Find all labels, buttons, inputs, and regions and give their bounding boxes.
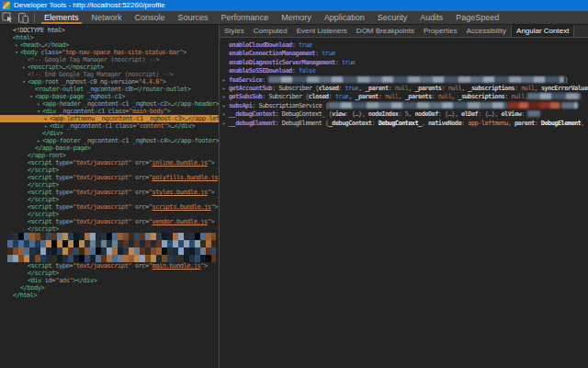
dom-tree-row[interactable]: <script type="text/javascript" src="inli… [0,159,219,167]
arrow-spacer [20,225,28,233]
expand-arrow-icon[interactable]: ▸ [13,41,20,49]
device-toolbar-button[interactable] [16,11,31,24]
dom-tree-row[interactable]: ▸<app-header _ngcontent-c1 _nghost-c2>…<… [0,100,219,108]
context-property-row[interactable]: enableSoSSEDownload: false [220,66,588,75]
sidebar-tab-angular-context[interactable]: Angular Context [511,25,574,37]
sidebar-tab-dom-breakpoints[interactable]: DOM Breakpoints [352,25,419,37]
tab-performance[interactable]: Performance [215,11,276,24]
dom-tree-row[interactable]: ▾<div _ngcontent-c1 class="main-body"> [0,108,219,115]
dom-tree-row[interactable]: </script> [0,270,219,277]
tab-pagespeed[interactable]: PageSpeed [449,11,505,24]
sidebar-tab-properties[interactable]: Properties [419,25,461,37]
expand-arrow-icon[interactable]: ▸ [20,63,28,71]
arrow-spacer [20,189,28,196]
expand-arrow-icon[interactable]: ▸ [222,84,229,92]
expand-arrow-icon[interactable]: ▸ [42,122,50,130]
expand-arrow-icon[interactable]: ▸ [222,92,229,100]
dom-tree-row[interactable]: <script type="text/javascript" src="vend… [0,218,219,225]
expand-arrow-icon[interactable]: ▸ [222,109,229,118]
context-property-row[interactable]: ▸getSubsSub: Subscriber {closed: true, _… [220,92,588,100]
context-property-row[interactable]: ▸subsApi: SubscriptionService { [220,101,588,109]
devtools-window: Developer Tools - http://localhost:52260… [0,0,588,368]
dom-tree-row[interactable]: ▸<app-footer _ngcontent-c1 _nghost-c4>…<… [0,137,219,144]
sidebar-tab-styles[interactable]: Styles [220,25,249,37]
tab-elements[interactable]: Elements [38,11,85,24]
dom-tree-row[interactable]: <!-- Google Tag Manager (noscript) --> [0,56,219,63]
tab-security[interactable]: Security [371,11,414,24]
dom-tree-row[interactable]: </script> [0,196,219,203]
dom-tree-row[interactable]: ▾<body class="top-nav-space has-site-sta… [0,49,219,56]
context-property-row[interactable]: ▸getAccountSub: Subscriber {closed: true… [220,84,588,92]
collapse-arrow-icon[interactable]: ▾ [20,78,28,86]
inspect-button[interactable] [0,11,16,24]
dom-tree-row[interactable]: </script> [0,167,219,174]
property-key: enableDiagnosticServerManagement [229,59,335,66]
dom-tree-row[interactable]: <div id="ads"></div> [0,277,219,284]
property-key: getSubsSub [229,93,262,100]
arrow-spacer [6,27,13,34]
tab-audits[interactable]: Audits [413,11,449,24]
tab-console[interactable]: Console [129,11,172,24]
property-key: feaService [229,76,262,84]
dom-tree-row[interactable]: <html> [0,34,219,41]
dom-tree-row[interactable]: <!-- End Google Tag Manager (noscript) -… [0,71,219,78]
dom-tree-row[interactable]: ▸<div _ngcontent-c1 class="content">…</d… [0,122,219,130]
property-key: enableConnectionManagement [229,50,315,57]
dom-tree-row[interactable]: ▾<app-base-page _nghost-c1> [0,93,219,100]
expand-arrow-icon[interactable]: ▸ [222,119,229,127]
property-key: enableCloudDownload [229,41,292,49]
dom-tree-row[interactable]: <script type="text/javascript" src="main… [0,262,219,270]
arrow-spacer [20,56,28,63]
dom-tree-row[interactable]: </script> [0,225,219,233]
sidebar-tab-event-listeners[interactable]: Event Listeners [292,25,352,37]
sidebar-tab-computed[interactable]: Computed [249,25,292,37]
dom-tree-row[interactable]: </html> [0,292,219,299]
arrow-spacer [20,174,28,181]
arrow-spacer [28,86,35,93]
dom-tree-row[interactable]: </app-base-page> [0,144,219,152]
dom-tree-row[interactable]: ▾<app-root _nghost-c0 ng-version="4.4.6"… [0,78,219,86]
tab-network[interactable]: Network [85,11,129,24]
dom-tree-row[interactable]: <router-outlet _ngcontent-c0></router-ou… [0,86,219,93]
toolbar-separator [34,13,35,22]
arrow-spacer [6,292,13,299]
property-key: __debugElement [229,120,276,127]
arrow-spacer [20,71,28,78]
arrow-spacer [20,211,28,218]
dom-tree-row[interactable]: <!DOCTYPE html> [0,27,219,34]
tab-sources[interactable]: Sources [172,11,215,24]
arrow-spacer [222,40,229,49]
expand-arrow-icon[interactable]: ▸ [222,75,229,84]
collapse-arrow-icon[interactable]: ▾ [28,93,35,100]
context-property-row[interactable]: enableCloudDownload: true [220,40,588,49]
expand-arrow-icon[interactable]: ▸ [42,115,50,122]
dom-tree-row[interactable]: ▸<noscript>…</noscript> [0,63,219,71]
dom-tree-row[interactable]: <script type="text/javascript" src="scri… [0,203,219,211]
sidebar-tab-accessibility[interactable]: Accessibility [461,25,511,37]
expand-arrow-icon[interactable]: ▸ [222,101,229,109]
dom-tree-row[interactable]: </script> [0,211,219,218]
context-property-row[interactable]: ▸__debugContext: DebugContext_ {view: {…… [220,109,588,118]
dom-tree-row[interactable]: </body> [0,284,219,292]
tab-memory[interactable]: Memory [275,11,318,24]
collapse-arrow-icon[interactable]: ▾ [35,108,42,115]
dom-tree-row-selected[interactable]: ▸<app-leftmenu _ngcontent-c1 _nghost-c3>… [0,115,219,122]
dom-tree-row[interactable]: <script type="text/javascript" src="poly… [0,174,219,181]
context-property-row[interactable]: enableConnectionManagement: true [220,49,588,57]
collapse-arrow-icon[interactable]: ▾ [13,49,20,56]
dom-tree-row[interactable]: </div> [0,130,219,137]
expand-arrow-icon[interactable]: ▸ [35,137,42,144]
context-property-row[interactable]: enableDiagnosticServerManagement: true [220,58,588,66]
context-property-row[interactable]: ▸__debugElement: DebugElement {_debugCon… [220,119,588,127]
arrow-spacer [20,218,28,225]
dom-tree-row[interactable]: </script> [0,181,219,189]
dom-tree-row[interactable]: ▸<head>…</head> [0,41,219,49]
tab-application[interactable]: Application [318,11,371,24]
dom-tree-row[interactable]: <script type="text/javascript" src="styl… [0,189,219,196]
expand-arrow-icon[interactable]: ▸ [35,100,42,108]
arrow-spacer [35,130,42,137]
dom-tree-row[interactable]: </app-root> [0,152,219,159]
dom-tree: <!DOCTYPE html> <html>▸<head>…</head>▾<b… [0,25,219,299]
context-property-row[interactable]: ▸feaService: } [220,75,588,84]
inspect-icon [2,12,14,24]
